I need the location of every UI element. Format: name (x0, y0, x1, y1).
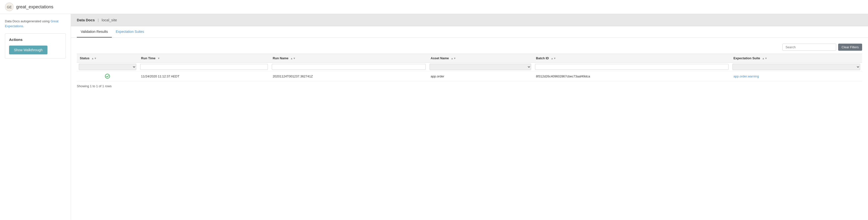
table-header-row: Status ▲▼ Run Time ▼ Run Name ▲▼ Asset (77, 54, 862, 63)
filter-select-status[interactable]: Success Failed (79, 64, 136, 70)
docs-label: Data Docs (77, 18, 95, 22)
cell-run-time: 11/24/2020 11:12:37 AEDT (138, 71, 270, 81)
filter-cell-asset-name: app.order (428, 63, 533, 71)
filter-cell-batch-id (533, 63, 731, 71)
tab-validation-results[interactable]: Validation Results (77, 26, 112, 37)
actions-title: Actions (9, 37, 62, 42)
toolbar: Clear Filters (71, 42, 868, 54)
col-header-status[interactable]: Status ▲▼ (77, 54, 138, 63)
sort-icon-run-name: ▲▼ (290, 57, 296, 60)
results-table: Status ▲▼ Run Time ▼ Run Name ▲▼ Asset (77, 54, 862, 81)
pipe-separator: | (98, 18, 100, 22)
col-header-asset-name[interactable]: Asset Name ▲▼ (428, 54, 533, 63)
actions-box: Actions Show Walkthrough (5, 33, 66, 59)
sort-icon-expectation-suite: ▲▼ (762, 57, 768, 60)
showing-rows-label: Showing 1 to 1 of 1 rows (71, 81, 868, 88)
page-layout: Data Docs autogenerated using Great Expe… (0, 14, 868, 220)
sidebar-description: Data Docs autogenerated using Great Expe… (5, 19, 66, 28)
filter-cell-run-name (270, 63, 428, 71)
sort-icon-status: ▲▼ (91, 57, 97, 60)
main-content: Data Docs | local_site Validation Result… (71, 14, 868, 220)
filter-cell-status: Success Failed (77, 63, 138, 71)
sort-icon-run-time: ▼ (157, 57, 160, 60)
sort-icon-asset-name: ▲▼ (451, 57, 456, 60)
check-circle-icon (105, 74, 110, 79)
filter-cell-run-time (138, 63, 270, 71)
app-header: GE great_expectations (0, 0, 868, 14)
col-header-run-name[interactable]: Run Name ▲▼ (270, 54, 428, 63)
svg-text:GE: GE (7, 5, 12, 9)
clear-filters-button[interactable]: Clear Filters (838, 44, 862, 51)
sort-icon-batch-id: ▲▼ (551, 57, 556, 60)
filter-select-asset-name[interactable]: app.order (430, 64, 531, 70)
results-table-wrap: Status ▲▼ Run Time ▼ Run Name ▲▼ Asset (71, 54, 868, 81)
cell-batch-id: 8f312d26c409602867cbec73aaf49dca (533, 71, 731, 81)
table-row: 11/24/2020 11:12:37 AEDT 20201124T001237… (77, 71, 862, 81)
site-name: local_site (102, 18, 117, 22)
cell-expectation-suite: app.order.warning (731, 71, 862, 81)
filter-input-run-name[interactable] (272, 64, 426, 70)
filter-input-run-time[interactable] (140, 64, 268, 70)
cell-status (77, 71, 138, 81)
expectation-suite-link[interactable]: app.order.warning (734, 75, 759, 78)
table-filter-row: Success Failed (77, 63, 862, 71)
main-header-bar: Data Docs | local_site (71, 14, 868, 26)
cell-asset-name: app.order (428, 71, 533, 81)
col-header-batch-id[interactable]: Batch ID ▲▼ (533, 54, 731, 63)
tab-expectation-suites[interactable]: Expectation Suites (112, 26, 148, 37)
sidebar: Data Docs autogenerated using Great Expe… (0, 14, 71, 220)
show-walkthrough-button[interactable]: Show Walkthrough (9, 46, 48, 54)
col-header-expectation-suite[interactable]: Expectation Suite ▲▼ (731, 54, 862, 63)
svg-point-2 (105, 74, 110, 78)
filter-cell-expectation-suite: app.order.warning (731, 63, 862, 71)
app-title: great_expectations (16, 4, 53, 9)
filter-input-batch-id[interactable] (535, 64, 728, 70)
tabs-bar: Validation Results Expectation Suites (71, 26, 868, 38)
filter-select-expectation-suite[interactable]: app.order.warning (733, 64, 860, 70)
app-logo: GE (5, 2, 14, 11)
cell-run-name: 20201124T001237.362741Z (270, 71, 428, 81)
status-success-icon (80, 74, 135, 79)
col-header-run-time[interactable]: Run Time ▼ (138, 54, 270, 63)
search-input[interactable] (782, 44, 836, 51)
